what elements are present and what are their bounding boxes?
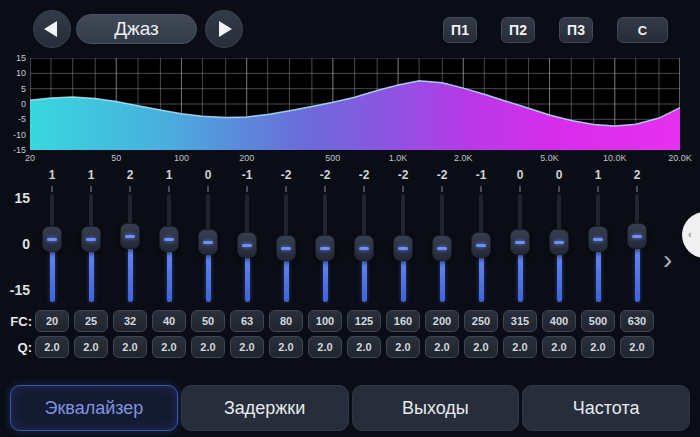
q-value-button[interactable]: 2.0: [464, 336, 498, 358]
memory-button-1[interactable]: П1: [443, 17, 477, 43]
slider-thumb-indicator: [476, 244, 486, 247]
preset-prev-button[interactable]: [33, 10, 71, 48]
fc-value-button[interactable]: 20: [35, 310, 69, 332]
q-value-button[interactable]: 2.0: [35, 336, 69, 358]
reset-button[interactable]: C: [617, 17, 668, 43]
graph-x-tick-label: 1.0K: [378, 153, 418, 163]
graph-y-tick-label: 0: [2, 99, 26, 109]
q-value-button[interactable]: 2.0: [581, 336, 615, 358]
q-value-button[interactable]: 2.0: [620, 336, 654, 358]
q-value-button[interactable]: 2.0: [425, 336, 459, 358]
q-value-button[interactable]: 2.0: [386, 336, 420, 358]
slider-thumb[interactable]: [237, 232, 257, 258]
fc-row-label: FC:: [2, 314, 32, 329]
slider-thumb[interactable]: [81, 226, 101, 252]
band-top-tick: [519, 186, 521, 192]
edge-handle[interactable]: ‹: [682, 212, 700, 258]
memory-button-2[interactable]: П2: [501, 17, 535, 43]
q-value-button[interactable]: 2.0: [308, 336, 342, 358]
slider-thumb-indicator: [47, 238, 57, 241]
graph-x-tick-label: 100: [161, 153, 201, 163]
fc-value-button[interactable]: 315: [503, 310, 537, 332]
q-value-button[interactable]: 2.0: [191, 336, 225, 358]
right-arrow-icon: [219, 21, 232, 37]
fc-value-button[interactable]: 32: [113, 310, 147, 332]
fc-value-button[interactable]: 80: [269, 310, 303, 332]
slider-thumb-indicator: [203, 241, 213, 244]
graph-x-tick-label: 5.0K: [530, 153, 570, 163]
graph-x-tick-label: 20: [10, 153, 50, 163]
fc-value-button[interactable]: 25: [74, 310, 108, 332]
slider-thumb[interactable]: [549, 229, 569, 255]
slider-thumb[interactable]: [588, 226, 608, 252]
slider-thumb[interactable]: [198, 229, 218, 255]
fc-value-button[interactable]: 63: [230, 310, 264, 332]
fc-value-button[interactable]: 630: [620, 310, 654, 332]
next-bands-chevron[interactable]: ›: [663, 246, 672, 274]
fc-value-button[interactable]: 500: [581, 310, 615, 332]
slider-thumb-indicator: [242, 244, 252, 247]
slider-thumb[interactable]: [120, 223, 140, 249]
band-gain-value: 1: [33, 168, 72, 182]
q-value-button[interactable]: 2.0: [230, 336, 264, 358]
slider-thumb[interactable]: [471, 232, 491, 258]
fc-value-button[interactable]: 100: [308, 310, 342, 332]
slider-thumb[interactable]: [510, 229, 530, 255]
band-top-tick: [129, 186, 131, 192]
slider-thumb-indicator: [86, 238, 96, 241]
fc-value-button[interactable]: 200: [425, 310, 459, 332]
slider-thumb[interactable]: [627, 223, 647, 249]
band-top-tick: [207, 186, 209, 192]
q-value-button[interactable]: 2.0: [542, 336, 576, 358]
band-gain-value: -2: [345, 168, 384, 182]
slider-thumb[interactable]: [42, 226, 62, 252]
fc-value-button[interactable]: 50: [191, 310, 225, 332]
slider-thumb[interactable]: [354, 235, 374, 261]
band-top-tick: [168, 186, 170, 192]
tab-delays[interactable]: Задержки: [181, 385, 349, 431]
band-gain-value: -2: [423, 168, 462, 182]
graph-y-tick-label: 5: [2, 84, 26, 94]
preset-next-button[interactable]: [205, 10, 243, 48]
eq-curve-graph: [30, 58, 680, 150]
slider-scale-label: 15: [2, 190, 30, 206]
q-value-button[interactable]: 2.0: [503, 336, 537, 358]
slider-thumb-indicator: [398, 247, 408, 250]
band-gain-value: -2: [384, 168, 423, 182]
tab-frequency[interactable]: Частота: [522, 385, 690, 431]
q-value-button[interactable]: 2.0: [74, 336, 108, 358]
slider-thumb[interactable]: [432, 235, 452, 261]
fc-value-button[interactable]: 40: [152, 310, 186, 332]
fc-value-button[interactable]: 250: [464, 310, 498, 332]
band-gain-value: 0: [501, 168, 540, 182]
q-value-button[interactable]: 2.0: [269, 336, 303, 358]
band-top-tick: [246, 186, 248, 192]
slider-thumb[interactable]: [159, 226, 179, 252]
fc-value-button[interactable]: 400: [542, 310, 576, 332]
q-value-button[interactable]: 2.0: [152, 336, 186, 358]
slider-thumb-indicator: [593, 238, 603, 241]
band-top-tick: [441, 186, 443, 192]
slider-thumb-indicator: [320, 247, 330, 250]
band-gain-value: -1: [462, 168, 501, 182]
preset-name[interactable]: Джаз: [76, 14, 197, 44]
slider-thumb[interactable]: [315, 235, 335, 261]
slider-thumb[interactable]: [276, 235, 296, 261]
fc-value-button[interactable]: 160: [386, 310, 420, 332]
tab-equalizer[interactable]: Эквалайзер: [10, 385, 178, 431]
slider-thumb-indicator: [437, 247, 447, 250]
memory-button-3[interactable]: П3: [559, 17, 593, 43]
band-top-tick: [402, 186, 404, 192]
band-gain-value: 2: [618, 168, 657, 182]
slider-scale-label: 0: [2, 236, 30, 252]
bottom-tab-bar: ЭквалайзерЗадержкиВыходыЧастота: [10, 385, 690, 431]
band-top-tick: [597, 186, 599, 192]
q-value-button[interactable]: 2.0: [113, 336, 147, 358]
slider-scale-label: -15: [2, 282, 30, 298]
band-top-tick: [90, 186, 92, 192]
slider-thumb[interactable]: [393, 235, 413, 261]
tab-outputs[interactable]: Выходы: [352, 385, 520, 431]
fc-value-button[interactable]: 125: [347, 310, 381, 332]
q-value-button[interactable]: 2.0: [347, 336, 381, 358]
band-top-tick: [363, 186, 365, 192]
